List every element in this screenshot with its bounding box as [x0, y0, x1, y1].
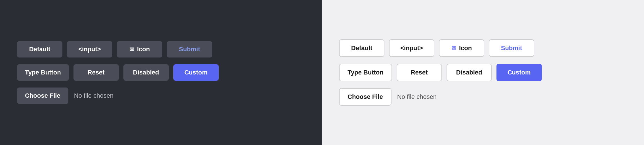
dark-panel: Default <input> ✉ Icon Submit Type Butto…	[0, 0, 322, 145]
light-disabled-button[interactable]: Disabled	[447, 64, 492, 81]
light-input-button[interactable]: <input>	[389, 39, 434, 57]
dark-choose-file-button[interactable]: Choose File	[17, 88, 68, 104]
mail-icon-light: ✉	[451, 45, 456, 52]
light-submit-button[interactable]: Submit	[489, 39, 534, 57]
light-default-button[interactable]: Default	[339, 39, 384, 57]
dark-row-1: Default <input> ✉ Icon Submit	[17, 41, 305, 57]
light-reset-button[interactable]: Reset	[397, 64, 442, 81]
mail-icon: ✉	[129, 46, 134, 53]
dark-icon-button[interactable]: ✉ Icon	[117, 41, 162, 57]
light-row-1: Default <input> ✉ Icon Submit	[339, 39, 627, 57]
dark-input-button[interactable]: <input>	[67, 41, 112, 57]
dark-custom-button[interactable]: Custom	[173, 64, 219, 81]
dark-disabled-button[interactable]: Disabled	[123, 64, 169, 81]
dark-submit-button[interactable]: Submit	[167, 41, 212, 57]
dark-default-button[interactable]: Default	[17, 41, 62, 57]
light-no-file-label: No file chosen	[397, 93, 437, 101]
dark-reset-button[interactable]: Reset	[73, 64, 119, 81]
light-icon-button[interactable]: ✉ Icon	[439, 39, 484, 57]
dark-file-row: Choose File No file chosen	[17, 88, 305, 104]
light-choose-file-button[interactable]: Choose File	[339, 88, 392, 106]
dark-no-file-label: No file chosen	[74, 92, 113, 99]
light-panel: Default <input> ✉ Icon Submit Type Butto…	[322, 0, 644, 145]
light-type-button[interactable]: Type Button	[339, 64, 392, 81]
dark-row-2: Type Button Reset Disabled Custom	[17, 64, 305, 81]
light-file-row: Choose File No file chosen	[339, 88, 627, 106]
light-custom-button[interactable]: Custom	[496, 64, 542, 81]
light-row-2: Type Button Reset Disabled Custom	[339, 64, 627, 81]
dark-type-button[interactable]: Type Button	[17, 64, 69, 81]
